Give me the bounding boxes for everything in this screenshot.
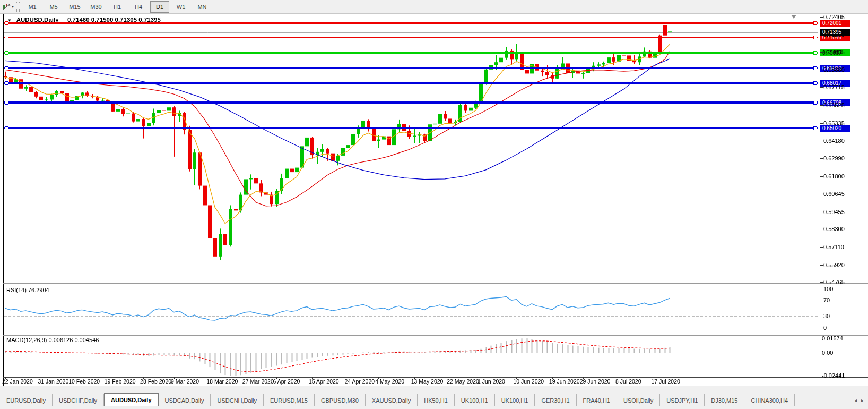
price-tick-label: 0.62990 (823, 155, 845, 161)
date-tick-label: 4 May 2020 (375, 378, 404, 385)
price-tick-mark (820, 194, 823, 194)
date-tick-label: 22 Jan 2020 (2, 378, 33, 385)
price-tick-mark (820, 123, 823, 124)
time-axis-line (3, 377, 868, 378)
tab-xauusd-daily[interactable]: XAUUSD,Daily (366, 394, 418, 406)
tab-uk100-h1[interactable]: UK100,H1 (455, 394, 495, 406)
price-tick-label: 0.72405 (823, 14, 845, 20)
rsi-axis-label: 100 (823, 286, 833, 292)
price-tick-label: 0.58300 (823, 226, 845, 232)
price-tick-mark (820, 229, 823, 229)
price-tick-label: 0.64180 (823, 138, 845, 144)
rsi-axis-label: 30 (823, 313, 830, 319)
chart-tab-bar: EURUSD,DailyUSDCHF,DailyAUDUSD,DailyUSDC… (0, 394, 868, 406)
tab-usdjpy-h1[interactable]: USDJPY,H1 (660, 394, 705, 406)
tab-usoil-daily[interactable]: USOil,Daily (617, 394, 660, 406)
hline-0.71046[interactable] (4, 37, 818, 38)
panel-separator[interactable] (3, 335, 868, 336)
tab-scroll-left-icon[interactable]: ◂ (854, 397, 857, 403)
window-background-strip (0, 386, 868, 394)
panel-separator[interactable] (3, 283, 868, 284)
date-tick-label: 28 Feb 2020 (140, 378, 171, 385)
price-tick-label: 0.65335 (823, 120, 845, 126)
price-tick-mark (820, 141, 823, 141)
rsi-axis-label: 70 (823, 297, 830, 303)
price-tick-mark (820, 265, 823, 266)
tab-audusd-daily[interactable]: AUDUSD,Daily (104, 393, 158, 406)
price-tick-mark (820, 212, 823, 212)
rsi-label: RSI(14) 76.2904 (6, 287, 49, 293)
hline-0.70007[interactable] (4, 52, 818, 54)
tab-china300-h4[interactable]: CHINA300,H4 (744, 394, 795, 406)
date-tick-label: 17 Jul 2020 (652, 378, 680, 385)
price-tick-label: 0.60645 (823, 191, 845, 197)
date-tick-label: 10 Feb 2020 (68, 378, 100, 385)
price-tick-label: 0.55920 (823, 262, 845, 268)
tab-usdcad-daily[interactable]: USDCAD,Daily (159, 394, 211, 406)
price-tick-label: 0.59455 (823, 209, 845, 215)
chart-shift-marker-icon[interactable] (791, 15, 796, 19)
price-tick-mark (820, 70, 823, 70)
price-tick-label: 0.61800 (823, 173, 845, 180)
hline-handle[interactable] (5, 126, 8, 130)
price-tick-mark (820, 247, 823, 248)
tab-eurusd-m15[interactable]: EURUSD,M15 (264, 394, 315, 406)
price-tick-mark (820, 282, 823, 283)
hline-handle[interactable] (813, 66, 817, 70)
date-tick-label: 27 Mar 2020 (242, 378, 274, 385)
price-tick-label: 0.57110 (823, 244, 844, 250)
date-tick-label: 15 Apr 2020 (309, 378, 339, 385)
date-tick-label: 1 Jun 2020 (478, 378, 505, 385)
hline-0.72001[interactable] (4, 22, 818, 24)
hline-0.68017[interactable] (4, 82, 818, 84)
tab-hk50-h1[interactable]: HK50,H1 (418, 394, 455, 406)
hline-handle[interactable] (813, 81, 817, 85)
hline-handle[interactable] (5, 66, 8, 70)
hline-handle[interactable] (5, 81, 8, 85)
date-tick-label: 8 Jul 2020 (615, 378, 641, 385)
date-tick-label: 19 Feb 2020 (105, 378, 136, 385)
hline-handle[interactable] (813, 51, 817, 55)
hline-0.66708[interactable] (4, 101, 818, 104)
panel-separator[interactable] (3, 334, 868, 334)
tab-uk100-h1[interactable]: UK100,H1 (495, 394, 535, 406)
hline-handle[interactable] (813, 101, 817, 105)
date-tick-label: 10 Jun 2020 (513, 378, 544, 385)
hline-handle[interactable] (813, 36, 817, 39)
panel-separator[interactable] (3, 285, 868, 285)
chart-canvas[interactable] (0, 0, 868, 409)
tab-usdchf-daily[interactable]: USDCHF,Daily (53, 394, 104, 406)
tab-scroll-right-icon[interactable]: ▸ (861, 397, 864, 403)
hline-handle[interactable] (5, 101, 8, 105)
date-tick-label: 19 Jun 2020 (549, 378, 580, 385)
hline-handle[interactable] (5, 21, 8, 25)
tab-gbpusd-m30[interactable]: GBPUSD,M30 (315, 394, 366, 406)
date-tick-label: 31 Jan 2020 (38, 378, 68, 385)
price-tick-mark (820, 87, 823, 88)
macd-axis-label: 0.00 (822, 350, 833, 356)
hline-handle[interactable] (813, 126, 817, 130)
hline-handle[interactable] (5, 36, 8, 39)
hline-0.65020[interactable] (4, 127, 818, 129)
hline-0.69010[interactable] (4, 67, 818, 69)
date-tick-label: 6 Apr 2020 (273, 378, 300, 385)
date-tick-label: 24 Apr 2020 (344, 378, 375, 385)
tab-usdcnh-daily[interactable]: USDCNH,Daily (211, 394, 264, 406)
price-tick-mark (820, 105, 823, 106)
hline-handle[interactable] (813, 21, 817, 25)
macd-axis-label: 0.01574 (822, 335, 843, 342)
date-tick-label: 29 Jun 2020 (580, 378, 611, 385)
tab-fra40-h1[interactable]: FRA40,H1 (577, 394, 617, 406)
tab-dj30-m15[interactable]: DJ30,M15 (705, 394, 744, 406)
tab-eurusd-daily[interactable]: EURUSD,Daily (0, 394, 53, 406)
mt4-window: ▾ M1M5M15M30H1H4D1W1MN ▼ AUDUSD,Daily 0.… (0, 0, 868, 409)
date-tick-label: 22 May 2020 (447, 378, 479, 385)
price-tick-label: 0.70055 (823, 49, 845, 55)
price-tick-mark (820, 176, 823, 177)
date-tick-label: 18 Mar 2020 (206, 378, 238, 385)
hline-handle[interactable] (5, 51, 8, 55)
price-tick-label: 0.54765 (823, 279, 845, 285)
macd-label: MACD(12,26,9) 0.006126 0.004546 (6, 337, 99, 343)
price-tick-mark (820, 158, 823, 159)
tab-ger30-h1[interactable]: GER30,H1 (535, 394, 576, 406)
